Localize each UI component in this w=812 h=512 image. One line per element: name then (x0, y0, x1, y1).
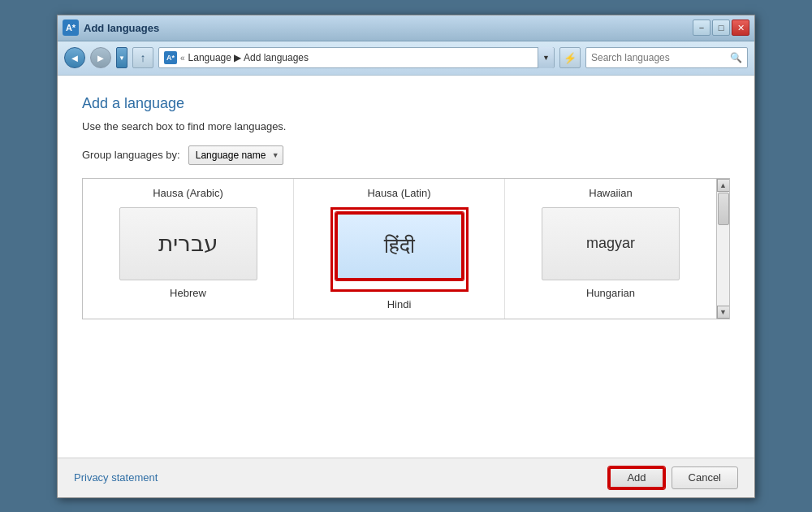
group-by-select[interactable]: Language name Script Region (188, 145, 283, 165)
title-bar-left: A* Add languages (63, 20, 159, 36)
group-by-row: Group languages by: Language name Script… (82, 145, 730, 165)
language-header-hausa-arabic: Hausa (Arabic) (153, 187, 223, 199)
page-subtitle: Use the search box to find more language… (82, 120, 730, 132)
search-icon: 🔍 (730, 52, 742, 63)
selected-tile-wrapper: हिंदी (330, 207, 469, 292)
cancel-button[interactable]: Cancel (672, 466, 738, 489)
language-tile-hungarian[interactable]: magyar (542, 207, 680, 280)
title-bar: A* Add languages − □ ✕ (58, 15, 754, 41)
footer: Privacy statement Add Cancel (58, 458, 754, 497)
main-content: Add a language Use the search box to fin… (58, 76, 754, 458)
address-icon: A* (164, 51, 177, 64)
group-by-select-wrapper[interactable]: Language name Script Region ▼ (188, 145, 283, 165)
maximize-button[interactable]: □ (712, 20, 730, 36)
language-grid-container: Hausa (Arabic) עברית Hebrew Hausa (Latin… (82, 178, 730, 319)
language-header-hausa-latin: Hausa (Latin) (367, 187, 430, 199)
language-column-hindi: Hausa (Latin) हिंदी Hindi (294, 179, 505, 319)
group-by-label: Group languages by: (82, 149, 180, 161)
scrollbar[interactable]: ▲ ▼ (716, 179, 729, 319)
scrollbar-track (717, 192, 729, 306)
back-button[interactable]: ◄ (64, 47, 85, 68)
language-label-hindi: Hindi (387, 298, 412, 310)
close-button[interactable]: ✕ (732, 20, 749, 36)
window-icon: A* (63, 20, 79, 36)
footer-buttons: Add Cancel (608, 466, 738, 489)
language-header-hawaiian: Hawaiian (589, 187, 632, 199)
minimize-button[interactable]: − (693, 20, 710, 36)
scroll-down-arrow[interactable]: ▼ (717, 306, 730, 319)
nav-dropdown-button[interactable]: ▼ (116, 47, 127, 68)
up-button[interactable]: ↑ (132, 47, 153, 68)
search-input[interactable] (591, 52, 727, 63)
search-box[interactable]: 🔍 (585, 47, 748, 68)
scroll-up-arrow[interactable]: ▲ (717, 179, 730, 192)
language-label-hebrew: Hebrew (170, 287, 206, 299)
language-grid: Hausa (Arabic) עברית Hebrew Hausa (Latin… (83, 179, 716, 319)
language-grid-wrapper: Hausa (Arabic) עברית Hebrew Hausa (Latin… (82, 178, 730, 319)
privacy-statement-link[interactable]: Privacy statement (74, 471, 158, 484)
refresh-button[interactable]: ⚡ (559, 47, 581, 68)
language-tile-hindi[interactable]: हिंदी (335, 212, 464, 280)
nav-bar: ◄ ► ▼ ↑ A* « Language ▶ Add languages ▼ … (58, 41, 754, 76)
main-window: A* Add languages − □ ✕ ◄ ► ▼ ↑ A* « Lang… (57, 15, 755, 498)
page-title: Add a language (82, 95, 730, 112)
language-column-hungarian: Hawaiian magyar Hungarian (505, 179, 716, 319)
address-bar[interactable]: A* « Language ▶ Add languages ▼ (158, 47, 555, 68)
language-label-hungarian: Hungarian (586, 287, 635, 299)
language-tile-hebrew[interactable]: עברית (119, 207, 257, 280)
forward-button[interactable]: ► (90, 47, 111, 68)
window-title: Add languages (84, 22, 159, 34)
breadcrumb-text: Language ▶ Add languages (188, 52, 534, 63)
scroll-thumb[interactable] (718, 193, 729, 225)
title-bar-controls: − □ ✕ (693, 20, 749, 36)
add-button[interactable]: Add (608, 466, 664, 489)
address-dropdown-button[interactable]: ▼ (538, 47, 554, 68)
language-column-hebrew: Hausa (Arabic) עברית Hebrew (83, 179, 294, 319)
